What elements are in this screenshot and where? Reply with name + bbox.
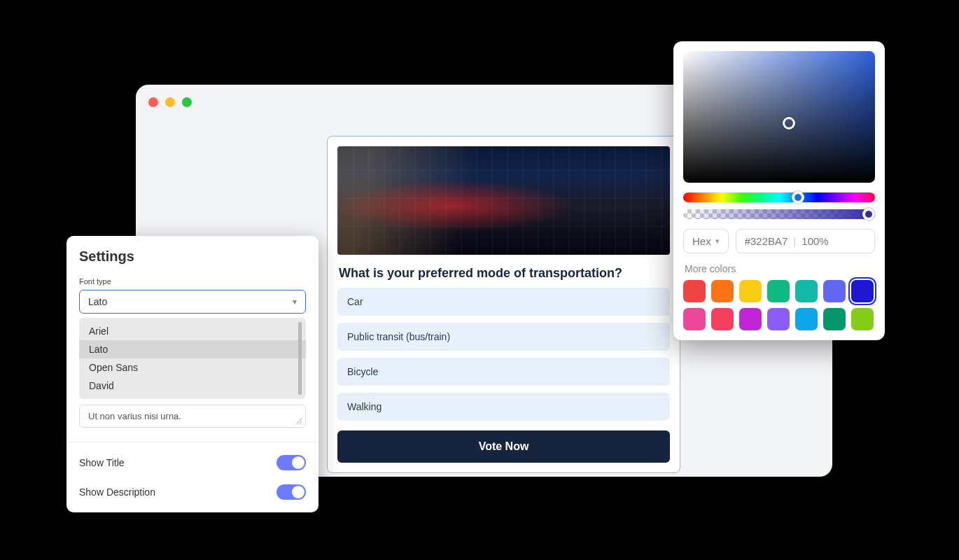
poll-header-image (337, 146, 670, 255)
maximize-window-button[interactable] (182, 97, 192, 107)
color-swatch[interactable] (711, 308, 734, 330)
hex-input[interactable]: #322BA7 | 100% (736, 229, 875, 253)
alpha-thumb-icon (862, 208, 875, 220)
poll-option[interactable]: Car (337, 288, 670, 316)
color-swatch[interactable] (739, 280, 762, 302)
color-mode-select[interactable]: Hex ▾ (683, 229, 729, 253)
font-option[interactable]: Lato (79, 340, 306, 358)
font-select-value: Lato (88, 296, 107, 307)
settings-title: Settings (79, 248, 306, 265)
color-swatch[interactable] (739, 308, 762, 330)
opacity-value: 100% (802, 235, 828, 247)
description-textarea[interactable]: Ut non varius nisi urna. (79, 405, 306, 428)
swatch-grid (683, 280, 875, 330)
font-option[interactable]: Open Sans (79, 358, 306, 377)
show-title-toggle[interactable] (276, 455, 306, 470)
hex-value: #322BA7 (745, 235, 788, 247)
color-picker-panel: Hex ▾ #322BA7 | 100% More colors (673, 41, 885, 340)
color-swatch[interactable] (823, 308, 846, 330)
poll-option[interactable]: Bicycle (337, 358, 670, 386)
divider (66, 442, 318, 442)
color-swatch[interactable] (683, 280, 706, 302)
show-title-row: Show Title (66, 448, 318, 477)
font-option[interactable]: Ariel (79, 322, 306, 340)
color-swatch[interactable] (767, 308, 790, 330)
separator: | (793, 235, 796, 247)
show-description-row: Show Description (66, 477, 318, 507)
alpha-slider[interactable] (683, 209, 875, 219)
color-swatch[interactable] (795, 280, 818, 302)
poll-option[interactable]: Walking (337, 393, 670, 421)
color-swatch[interactable] (767, 280, 790, 302)
window-controls (148, 97, 192, 107)
color-mode-value: Hex (692, 235, 711, 247)
hue-slider[interactable] (683, 192, 875, 202)
poll-question: What is your preferred mode of transport… (339, 266, 668, 281)
close-window-button[interactable] (148, 97, 158, 107)
chevron-down-icon: ▾ (715, 237, 720, 246)
saturation-cursor-icon (783, 117, 795, 130)
more-colors-label: More colors (685, 263, 874, 274)
minimize-window-button[interactable] (165, 97, 175, 107)
poll-option[interactable]: Public transit (bus/train) (337, 323, 670, 351)
color-swatch[interactable] (711, 280, 734, 302)
saturation-area[interactable] (683, 51, 875, 183)
hue-thumb-icon (792, 191, 804, 204)
color-swatch[interactable] (851, 308, 874, 330)
font-type-label: Font type (79, 277, 306, 286)
show-description-toggle[interactable] (276, 484, 306, 500)
font-dropdown: Ariel Lato Open Sans David (79, 318, 306, 399)
show-description-label: Show Description (79, 486, 155, 498)
font-select[interactable]: Lato ▾ (79, 290, 306, 314)
color-swatch[interactable] (795, 308, 818, 330)
font-option[interactable]: David (79, 377, 306, 395)
vote-button[interactable]: Vote Now (337, 430, 670, 463)
color-swatch[interactable] (851, 280, 874, 302)
chevron-down-icon: ▾ (293, 297, 297, 307)
color-swatch[interactable] (823, 280, 846, 302)
show-title-label: Show Title (79, 457, 125, 468)
settings-panel: Settings Font type Lato ▾ Ariel Lato Ope… (66, 236, 318, 512)
poll-card: What is your preferred mode of transport… (327, 136, 680, 473)
color-swatch[interactable] (683, 308, 706, 330)
